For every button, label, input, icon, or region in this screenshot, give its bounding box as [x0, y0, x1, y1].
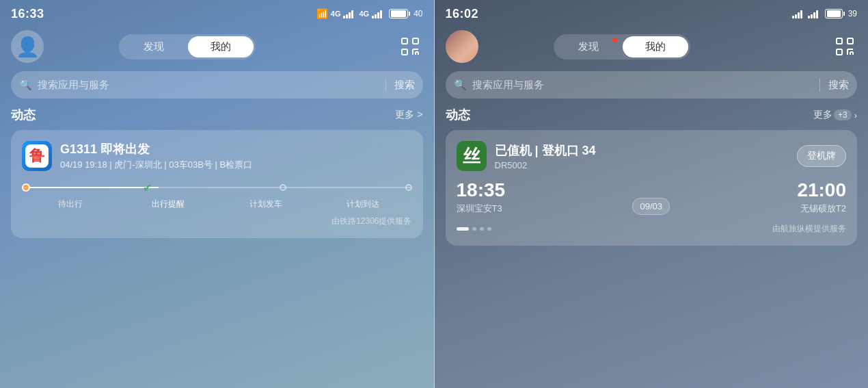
train-title: G1311 即将出发 — [60, 141, 252, 157]
right-section-title: 动态 — [446, 107, 470, 123]
train-card-header: 鲁 G1311 即将出发 04/19 19:18 | 虎门-深圳北 | 03车0… — [22, 141, 412, 171]
search-icon: 🔍 — [19, 79, 32, 91]
depart-time: 18:35 — [457, 181, 625, 200]
train-logo-inner: 鲁 — [25, 144, 49, 168]
right-discover-label: 发现 — [578, 40, 599, 52]
flight-footer-text: 由航旅纵横提供服务 — [772, 223, 846, 235]
right-scan-icon[interactable] — [832, 34, 857, 59]
train-subtitle: 04/19 19:18 | 虎门-深圳北 | 03车03B号 | B检票口 — [60, 159, 252, 171]
rbar2b — [811, 14, 813, 18]
progress-label-0: 待出行 — [22, 198, 120, 210]
left-more-link[interactable]: 更多 > — [395, 109, 422, 121]
boarding-pass-button[interactable]: 登机牌 — [797, 145, 846, 167]
progress-dot-end — [405, 184, 412, 191]
flight-card-header: 丝 已值机 | 登机口 34 DR5002 登机牌 — [457, 141, 847, 171]
bar4 — [351, 10, 353, 18]
right-app-header: 发现 我的 — [435, 25, 869, 68]
scan-icon[interactable] — [398, 34, 422, 59]
avatar-photo — [446, 30, 478, 63]
bar3 — [377, 12, 379, 18]
right-signal-bars-1 — [792, 9, 802, 18]
depart-city: 深圳宝安T3 — [457, 203, 625, 215]
right-battery-level: 39 — [848, 9, 857, 18]
right-section-header: 动态 更多 +3 › — [435, 107, 869, 130]
left-tab-discover[interactable]: 发现 — [121, 36, 187, 57]
right-signal-bars-2 — [808, 9, 818, 18]
right-battery-tip — [843, 12, 845, 16]
right-tab-mine[interactable]: 我的 — [623, 36, 688, 57]
rbar4 — [800, 10, 802, 18]
scan-svg — [401, 37, 420, 56]
right-search-button[interactable]: 搜索 — [819, 79, 849, 92]
rbar4b — [816, 10, 818, 18]
left-tab-mine[interactable]: 我的 — [188, 36, 254, 57]
left-avatar[interactable]: 👤 — [11, 30, 44, 63]
train-logo-symbol: 鲁 — [29, 148, 44, 164]
check-mark-icon: ✔ — [143, 181, 152, 194]
arrive-info: 21:00 无锡硕放T2 — [678, 181, 846, 215]
depart-info: 18:35 深圳宝安T3 — [457, 181, 625, 215]
bar2 — [375, 14, 377, 18]
progress-labels: 待出行 出行提醒 计划发车 计划到达 — [22, 198, 412, 210]
bar1 — [343, 16, 345, 18]
arrive-city: 无锡硕放T2 — [678, 203, 846, 215]
right-tab-discover[interactable]: 发现 — [556, 36, 621, 57]
wifi-icon: 📶 — [316, 8, 328, 19]
train-progress-section: ✔ 待出行 出行提醒 计划发车 计划到达 — [22, 179, 412, 210]
flight-status: 已值机 | 登机口 34 — [495, 142, 596, 159]
dot-1 — [457, 227, 469, 231]
svg-rect-10 — [837, 49, 842, 55]
discover-badge — [612, 38, 617, 42]
dots-indicator — [457, 227, 491, 231]
left-phone-panel: 16:33 📶 4G 4G 40 — [0, 0, 434, 388]
dot-4 — [487, 227, 491, 231]
left-search-placeholder: 搜索应用与服务 — [38, 79, 385, 92]
chevron-right-icon: › — [854, 110, 857, 120]
battery-icon — [389, 9, 408, 18]
left-search-bar[interactable]: 🔍 搜索应用与服务 搜索 — [11, 71, 423, 99]
left-train-card[interactable]: 鲁 G1311 即将出发 04/19 19:18 | 虎门-深圳北 | 03车0… — [11, 130, 423, 238]
svg-rect-9 — [847, 38, 853, 44]
bar3 — [349, 12, 351, 18]
left-search-button[interactable]: 搜索 — [385, 79, 415, 92]
progress-label-3: 计划到达 — [314, 198, 412, 210]
right-more-text: 更多 — [813, 109, 832, 121]
battery-level: 40 — [413, 9, 422, 18]
right-battery-container: 39 — [825, 9, 857, 18]
right-nav-tabs: 发现 我的 — [554, 34, 690, 60]
right-time: 16:02 — [446, 7, 479, 21]
flight-card-footer: 由航旅纵横提供服务 — [457, 223, 847, 235]
left-section-header: 动态 更多 > — [0, 107, 434, 130]
right-status-icons: 39 — [792, 9, 857, 18]
flight-date: 09/03 — [632, 198, 670, 215]
train-card-footer: 由铁路12306提供服务 — [22, 216, 412, 227]
progress-track: ✔ — [22, 179, 412, 196]
right-flight-card[interactable]: 丝 已值机 | 登机口 34 DR5002 登机牌 18:35 深圳宝安T3 0… — [446, 130, 858, 246]
signal-bars-2 — [372, 9, 382, 18]
left-app-header: 👤 发现 我的 — [0, 25, 434, 68]
flight-times: 18:35 深圳宝安T3 09/03 21:00 无锡硕放T2 — [457, 181, 847, 215]
dot-3 — [480, 227, 484, 231]
left-status-icons: 📶 4G 4G 40 — [316, 8, 423, 19]
rbar2 — [795, 14, 797, 18]
progress-line-fill — [22, 187, 159, 188]
signal-4g-1: 4G — [331, 10, 341, 18]
arrive-time: 21:00 — [678, 181, 846, 200]
progress-dot-mid — [280, 184, 286, 191]
right-search-placeholder: 搜索应用与服务 — [472, 79, 820, 92]
right-status-bar: 16:02 39 — [435, 0, 869, 25]
right-search-bar[interactable]: 🔍 搜索应用与服务 搜索 — [446, 71, 858, 99]
svg-rect-2 — [402, 49, 407, 55]
train-info: G1311 即将出发 04/19 19:18 | 虎门-深圳北 | 03车03B… — [60, 141, 252, 171]
signal-bars-1 — [343, 9, 353, 18]
signal-4g-2: 4G — [359, 10, 369, 18]
left-section-title: 动态 — [11, 107, 36, 123]
flight-logo: 丝 — [457, 141, 487, 171]
left-time: 16:33 — [11, 7, 44, 21]
battery-tip — [409, 12, 410, 16]
right-avatar[interactable] — [446, 30, 478, 63]
progress-dot-start — [22, 183, 30, 192]
right-more-link[interactable]: 更多 +3 › — [813, 109, 857, 121]
train-logo: 鲁 — [22, 141, 52, 171]
right-more-badge: +3 — [834, 109, 852, 120]
